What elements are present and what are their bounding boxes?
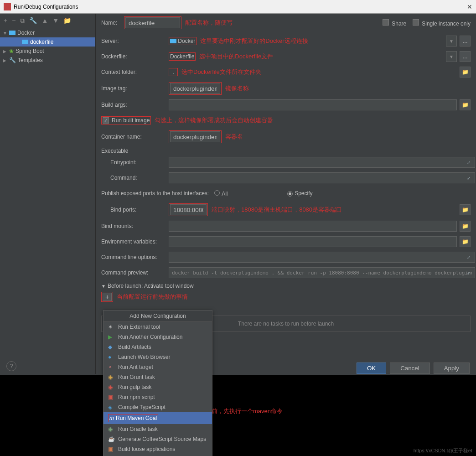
docker-icon xyxy=(170,39,176,43)
before-launch-header[interactable]: ▼ Before launch: Activate tool window xyxy=(101,283,471,289)
context-label: Context folder: xyxy=(101,69,169,75)
copy-icon[interactable]: ⧉ xyxy=(20,17,25,25)
annotation: 勾选上，这样镜像部署成功后会自动创建容器 xyxy=(155,116,273,124)
tree-templates[interactable]: ▶ 🔧 Templates xyxy=(0,56,95,65)
popup-item[interactable]: ◆Build Artifacts xyxy=(103,342,212,352)
name-input[interactable] xyxy=(125,17,180,28)
docker-icon xyxy=(22,40,28,44)
imagetag-label: Image tag: xyxy=(101,85,169,92)
dockerfile-dropdown[interactable]: ▼ xyxy=(446,51,457,62)
entrypoint-input[interactable] xyxy=(169,157,475,168)
envvars-label: Environment variables: xyxy=(101,238,169,245)
tree-label: Docker xyxy=(17,30,35,36)
config-tree: ▼ Docker dockerfile ▶ ❀ Spring Boot ▶ 🔧 … xyxy=(0,27,95,66)
popup-item[interactable]: ◉Run Gradle task xyxy=(103,424,212,434)
tree-label: dockerfile xyxy=(30,39,53,45)
expand-icon[interactable]: ⤢ xyxy=(467,176,471,181)
popup-item[interactable]: ✶Run External tool xyxy=(103,322,212,332)
single-instance-checkbox[interactable]: Single instance only xyxy=(413,19,471,27)
watermark: https://xCSDN.t@王子様et xyxy=(414,447,472,454)
help-button[interactable]: ? xyxy=(6,361,16,371)
dockerfile-label: Dockerfile: xyxy=(101,53,169,60)
annotation: 镜像名称 xyxy=(225,84,249,93)
cmdline-input[interactable] xyxy=(169,252,475,263)
chevron-right-icon: ▶ xyxy=(3,49,7,54)
popup-item[interactable]: ▣Run npm script xyxy=(103,392,212,402)
annotation: 这里要选中刚才配置好的Docker远程连接 xyxy=(200,37,308,45)
down-icon[interactable]: ▼ xyxy=(52,17,59,24)
radio-specify[interactable]: Specify xyxy=(287,190,355,197)
bindmounts-input[interactable] xyxy=(169,221,457,232)
chevron-down-icon: ▼ xyxy=(101,284,106,289)
tree-label: Templates xyxy=(18,57,43,63)
docker-icon xyxy=(9,31,16,35)
share-checkbox[interactable]: Share xyxy=(383,19,406,27)
bindports-browse[interactable]: 📁 xyxy=(460,204,471,215)
spring-icon: ❀ xyxy=(9,48,14,54)
annotation: 选中Dockerfile文件所在文件夹 xyxy=(181,68,261,76)
dockerfile-browse[interactable]: … xyxy=(460,51,471,62)
annotation: 配置名称，随便写 xyxy=(185,19,233,27)
run-built-checkbox[interactable]: ✓Run built image xyxy=(101,116,151,124)
window-title: Run/Debug Configurations xyxy=(14,4,78,10)
envvars-browse[interactable]: 📁 xyxy=(460,236,471,247)
bindports-label: Bind ports: xyxy=(101,207,169,213)
close-icon[interactable]: ✕ xyxy=(467,3,472,10)
annotation: 当前配置运行前先做的事情 xyxy=(117,293,188,301)
cmdpreview-input xyxy=(169,267,475,278)
container-input[interactable] xyxy=(170,131,220,142)
expand-icon[interactable]: ⤢ xyxy=(467,270,471,275)
popup-item[interactable]: ●Launch Web Browser xyxy=(103,352,212,362)
expand-icon[interactable]: ⤢ xyxy=(467,255,471,260)
popup-item[interactable]: ▣Build loose applications xyxy=(103,444,212,454)
wrench-icon: 🔧 xyxy=(9,57,16,63)
annotation: 端口映射，18080是宿主机端口，8080是容器端口 xyxy=(212,206,342,214)
server-browse[interactable]: … xyxy=(460,36,471,47)
wrench-icon[interactable]: 🔧 xyxy=(29,17,37,24)
command-label: Command: xyxy=(101,175,169,181)
popup-item[interactable]: ◈Compile TypeScript xyxy=(103,402,212,412)
container-label: Container name: xyxy=(101,134,169,140)
buildargs-browse[interactable]: 📁 xyxy=(460,99,471,110)
bindmounts-browse[interactable]: 📁 xyxy=(460,221,471,232)
annotation: 选中项目中的Dockerfile文件 xyxy=(199,52,273,61)
entrypoint-label: Entrypoint: xyxy=(101,159,169,166)
bindports-input[interactable] xyxy=(170,204,207,215)
up-icon[interactable]: ▲ xyxy=(41,17,48,24)
buildargs-input[interactable] xyxy=(169,99,457,110)
publish-label: Publish exposed ports to the host interf… xyxy=(101,190,209,197)
annotation: 容器名 xyxy=(225,133,243,141)
remove-icon[interactable]: − xyxy=(12,17,16,24)
popup-item[interactable]: ◉Run gulp task xyxy=(103,382,212,392)
add-icon[interactable]: + xyxy=(4,17,7,24)
popup-item[interactable]: ✶Run Remote External tool xyxy=(103,454,212,456)
bindmounts-label: Bind mounts: xyxy=(101,223,169,229)
sidebar-toolbar: + − ⧉ 🔧 ▲ ▼ 📁 xyxy=(0,14,95,27)
command-input[interactable] xyxy=(169,172,475,183)
add-config-popup: Add New Configuration ✶Run External tool… xyxy=(103,310,212,456)
tree-docker[interactable]: ▼ Docker xyxy=(0,28,95,37)
chevron-down-icon: ▼ xyxy=(449,39,454,44)
radio-all[interactable]: All xyxy=(214,190,282,197)
envvars-input[interactable] xyxy=(169,236,457,247)
apply-button[interactable]: Apply xyxy=(434,363,470,374)
tree-dockerfile[interactable]: dockerfile xyxy=(0,37,95,47)
popup-header: Add New Configuration xyxy=(103,311,212,322)
name-label: Name: xyxy=(101,20,124,26)
popup-item[interactable]: ▶Run Another Configuration xyxy=(103,332,212,342)
server-dropdown[interactable]: ▼ xyxy=(446,36,457,47)
tree-label: Spring Boot xyxy=(16,48,44,54)
chevron-down-icon: ▼ xyxy=(3,31,7,36)
popup-item[interactable]: ☕Generate CoffeeScript Source Maps xyxy=(103,434,212,444)
popup-item[interactable]: ◉Run Grunt task xyxy=(103,372,212,382)
context-browse[interactable]: 📁 xyxy=(460,67,471,78)
tree-spring[interactable]: ▶ ❀ Spring Boot xyxy=(0,47,95,56)
popup-item-maven[interactable]: mRun Maven Goal xyxy=(103,412,212,424)
add-task-button[interactable]: + xyxy=(103,293,112,301)
popup-item[interactable]: ⚬Run Ant target xyxy=(103,362,212,372)
folder-icon[interactable]: 📁 xyxy=(63,17,71,24)
ok-button[interactable]: OK xyxy=(357,363,386,374)
imagetag-input[interactable] xyxy=(170,83,220,94)
cancel-button[interactable]: Cancel xyxy=(390,363,430,374)
expand-icon[interactable]: ⤢ xyxy=(467,160,471,165)
